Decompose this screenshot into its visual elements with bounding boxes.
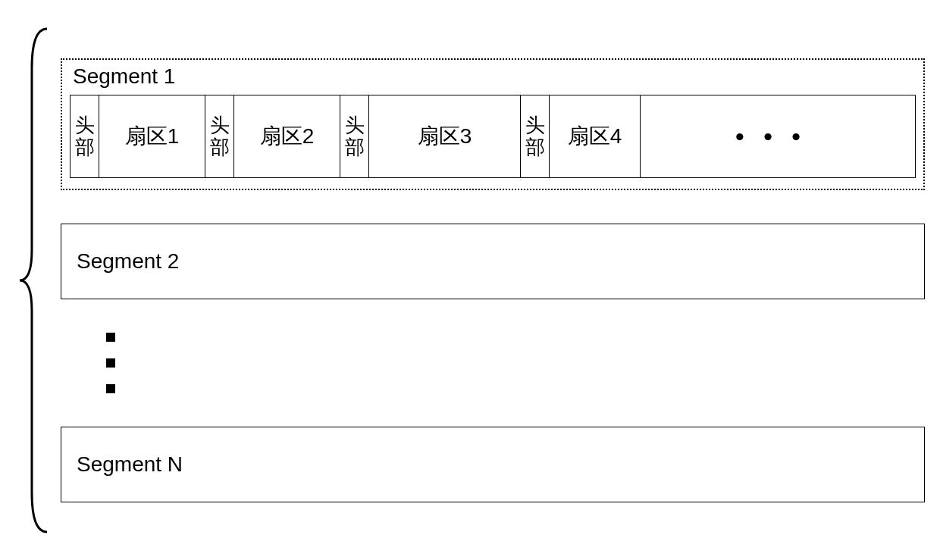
header-cell-4: 头部 — [521, 95, 550, 177]
sector-2: 扇区2 — [234, 95, 340, 177]
sector-3: 扇区3 — [369, 95, 521, 177]
dot-icon — [106, 358, 115, 368]
header-label: 头部 — [345, 114, 365, 158]
segment-2-label: Segment 2 — [77, 249, 179, 274]
sector-1: 扇区1 — [99, 95, 205, 177]
dot-icon — [106, 333, 115, 342]
header-cell-2: 头部 — [205, 95, 234, 177]
header-cell-3: 头部 — [340, 95, 369, 177]
vertical-ellipsis — [61, 333, 925, 393]
segment-1-title: Segment 1 — [70, 64, 916, 89]
segment-structure-diagram: Segment 1 头部 扇区1 头部 扇区2 头部 扇区3 头部 扇区4 ••… — [15, 15, 925, 546]
segment-n-label: Segment N — [77, 452, 183, 477]
header-label: 头部 — [525, 114, 545, 158]
segment-n-box: Segment N — [61, 427, 925, 502]
sector-row: 头部 扇区1 头部 扇区2 头部 扇区3 头部 扇区4 ••• — [70, 95, 916, 178]
segment-2-box: Segment 2 — [61, 224, 925, 299]
left-brace-icon — [15, 23, 53, 538]
sector-ellipsis: ••• — [641, 95, 915, 177]
dot-icon — [106, 384, 115, 393]
header-label: 头部 — [75, 114, 95, 158]
sector-4: 扇区4 — [550, 95, 641, 177]
header-label: 头部 — [210, 114, 230, 158]
segment-1-container: Segment 1 头部 扇区1 头部 扇区2 头部 扇区3 头部 扇区4 ••… — [61, 58, 925, 190]
header-cell-1: 头部 — [70, 95, 99, 177]
diagram-content: Segment 1 头部 扇区1 头部 扇区2 头部 扇区3 头部 扇区4 ••… — [61, 58, 925, 502]
